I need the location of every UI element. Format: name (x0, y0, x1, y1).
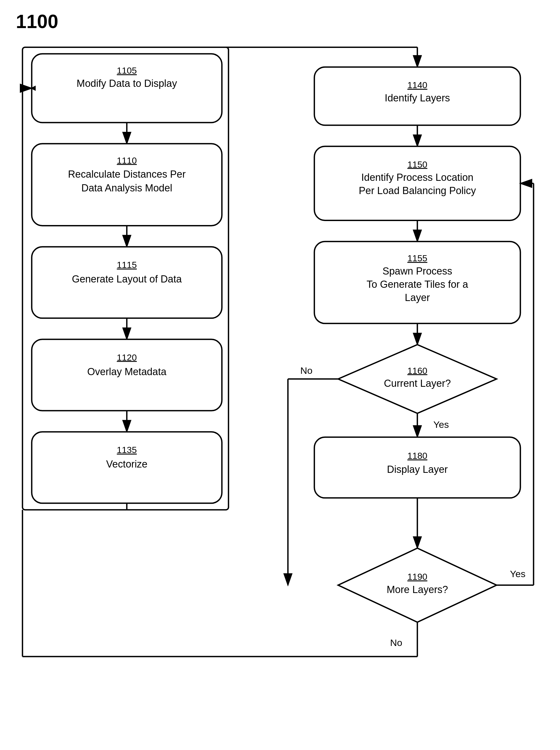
label-1115-text: Generate Layout of Data (72, 274, 182, 284)
label-1140-num: 1140 (407, 80, 428, 90)
box-1150 (314, 146, 520, 220)
label-1135-num: 1135 (117, 445, 137, 455)
label-1150-num: 1150 (407, 159, 428, 170)
label-1160-num: 1160 (407, 366, 428, 376)
label-1155-text1: Spawn Process (382, 265, 452, 277)
label-1180-num: 1180 (407, 451, 428, 461)
label-1135-text: Vectorize (106, 458, 147, 470)
label-no-1190: No (390, 637, 402, 648)
label-1150-text1: Identify Process Location (361, 172, 474, 183)
label-1115-num: 1115 (117, 260, 137, 270)
label-1190-num: 1190 (407, 572, 428, 581)
figure-number: 1100 (16, 11, 58, 32)
flowchart-container: 1105 Modify Data to Display 1110 Recalcu… (16, 32, 544, 734)
label-1120-text: Overlay Metadata (87, 366, 167, 377)
label-1105-num: 1105 (117, 65, 137, 76)
label-1155-num: 1155 (407, 253, 428, 263)
label-yes-1160: Yes (433, 419, 449, 430)
label-1155-text2: To Generate Tiles for a (367, 279, 469, 290)
label-1110-text1: Recalculate Distances Per (68, 169, 186, 180)
label-1150-text2: Per Load Balancing Policy (359, 185, 476, 196)
label-no-1160: No (300, 365, 312, 376)
label-1180-text: Display Layer (387, 464, 448, 475)
label-yes-1190: Yes (510, 568, 525, 579)
label-1105-text: Modify Data to Display (77, 78, 177, 89)
label-1140-text: Identify Layers (385, 92, 450, 103)
label-1190-text: More Layers? (387, 584, 448, 595)
label-1110-num: 1110 (117, 155, 137, 165)
label-1155-text3: Layer (405, 292, 430, 303)
label-1110-text2: Data Analysis Model (81, 182, 172, 194)
label-1120-num: 1120 (117, 352, 137, 362)
label-1160-text: Current Layer? (384, 378, 451, 389)
